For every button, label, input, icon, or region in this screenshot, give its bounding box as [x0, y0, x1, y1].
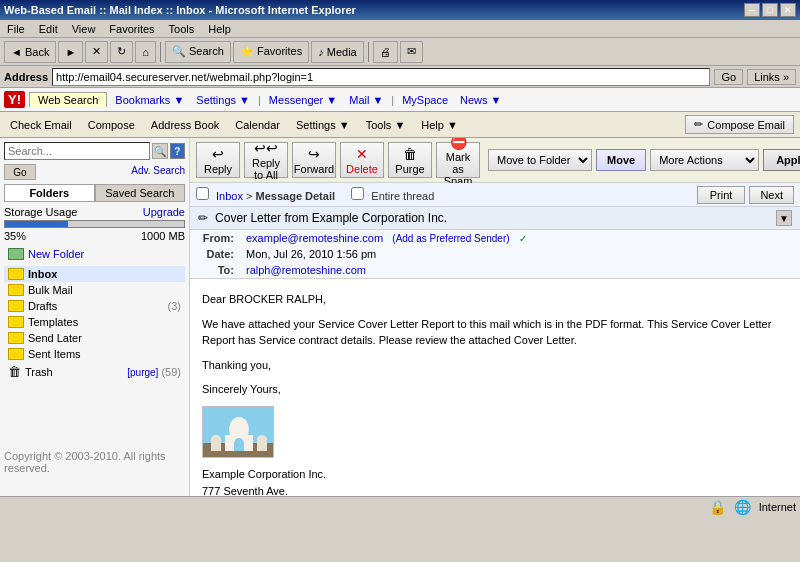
- media-button[interactable]: ♪ Media: [311, 41, 364, 63]
- close-button[interactable]: ✕: [780, 3, 796, 17]
- closing1: Thanking you,: [202, 357, 788, 374]
- purge-link[interactable]: [purge]: [127, 367, 158, 378]
- menu-tools[interactable]: Tools: [166, 22, 198, 36]
- svg-point-7: [257, 435, 267, 443]
- folder-list: Inbox Bulk Mail Drafts (3) Templates Sen…: [4, 266, 185, 381]
- reply-all-button[interactable]: ↩↩ Reply to All: [244, 142, 288, 178]
- reply-button[interactable]: ↩ Reply: [196, 142, 240, 178]
- links-button[interactable]: Links »: [747, 69, 796, 85]
- nav-bar: Y! Web Search Bookmarks ▼ Settings ▼ | M…: [0, 88, 800, 112]
- search-input[interactable]: [4, 142, 150, 160]
- stop-button[interactable]: ✕: [85, 41, 108, 63]
- messenger-link[interactable]: Messenger ▼: [265, 93, 341, 107]
- sender-email-link[interactable]: example@remoteshine.com: [246, 232, 383, 244]
- calendar-nav[interactable]: Calendar: [231, 117, 284, 133]
- settings-nav[interactable]: Settings ▼: [292, 117, 354, 133]
- menu-view[interactable]: View: [69, 22, 99, 36]
- settings-nav-link[interactable]: Settings ▼: [192, 93, 254, 107]
- message-body: Dear BROCKER RALPH, We have attached you…: [190, 279, 800, 496]
- search-button[interactable]: 🔍 Search: [165, 41, 231, 63]
- upgrade-link[interactable]: Upgrade: [143, 206, 185, 218]
- folder-tabs: Folders Saved Search: [4, 184, 185, 202]
- move-to-folder-select[interactable]: Move to Folder Inbox Drafts Sent Items T…: [488, 149, 592, 171]
- go-button[interactable]: Go: [714, 69, 743, 85]
- favorites-button[interactable]: ⭐ Favorites: [233, 41, 309, 63]
- advanced-search-link[interactable]: Adv. Search: [131, 165, 185, 176]
- to-value: ralph@remoteshine.com: [240, 262, 800, 279]
- forward-button[interactable]: ↪ Forward: [292, 142, 336, 178]
- mail-toolbar-button[interactable]: ✉: [400, 41, 423, 63]
- news-link[interactable]: News ▼: [456, 93, 505, 107]
- inbox-breadcrumb[interactable]: Inbox: [216, 190, 243, 202]
- entire-thread-checkbox[interactable]: [351, 187, 364, 200]
- apply-button[interactable]: Apply: [763, 149, 800, 171]
- menu-file[interactable]: File: [4, 22, 28, 36]
- home-button[interactable]: ⌂: [135, 41, 156, 63]
- new-folder-label: New Folder: [28, 248, 84, 260]
- web-search-tab[interactable]: Web Search: [29, 92, 107, 107]
- compose-nav[interactable]: Compose: [84, 117, 139, 133]
- folder-templates[interactable]: Templates: [4, 314, 185, 330]
- reply-label: Reply: [204, 163, 232, 175]
- next-button[interactable]: Next: [749, 186, 794, 204]
- mail-nav-link[interactable]: Mail ▼: [345, 93, 387, 107]
- folder-bulk-mail[interactable]: Bulk Mail: [4, 282, 185, 298]
- menu-favorites[interactable]: Favorites: [106, 22, 157, 36]
- message-nav: Inbox > Message Detail Entire thread Pri…: [190, 183, 800, 207]
- recipient-email-link[interactable]: ralph@remoteshine.com: [246, 264, 366, 276]
- templates-label: Templates: [28, 316, 78, 328]
- print-toolbar-button[interactable]: 🖨: [373, 41, 398, 63]
- print-button[interactable]: Print: [697, 186, 746, 204]
- help-icon-button[interactable]: ?: [170, 143, 186, 159]
- add-preferred-sender-link[interactable]: (Add as Preferred Sender): [392, 233, 509, 244]
- subject-edit-icon: ✏: [198, 211, 208, 225]
- folder-inbox[interactable]: Inbox: [4, 266, 185, 282]
- compose-email-button[interactable]: ✏ Compose Email: [685, 115, 794, 134]
- refresh-button[interactable]: ↻: [110, 41, 133, 63]
- address-input[interactable]: [52, 68, 710, 86]
- menu-edit[interactable]: Edit: [36, 22, 61, 36]
- select-message-checkbox[interactable]: [196, 187, 209, 200]
- maximize-button[interactable]: □: [762, 3, 778, 17]
- forward-label: Forward: [294, 163, 334, 175]
- message-detail-breadcrumb: Message Detail: [256, 190, 335, 202]
- search-icon-button[interactable]: 🔍: [152, 143, 168, 159]
- breadcrumb-separator: >: [246, 190, 255, 202]
- folder-send-later[interactable]: Send Later: [4, 330, 185, 346]
- mark-as-spam-button[interactable]: ⛔ Mark as Spam: [436, 142, 480, 178]
- purge-button[interactable]: 🗑 Purge: [388, 142, 432, 178]
- new-folder-button[interactable]: New Folder: [4, 246, 185, 262]
- more-actions-select[interactable]: More Actions Mark as Read Mark as Unread: [650, 149, 759, 171]
- purge-label: Purge: [395, 163, 424, 175]
- address-bar: Address Go Links »: [0, 66, 800, 88]
- spam-icon: ⛔: [450, 138, 467, 150]
- to-label: To:: [190, 262, 240, 279]
- internet-zone-icon: 🌐: [734, 499, 751, 515]
- menu-help[interactable]: Help: [205, 22, 234, 36]
- forward-button[interactable]: ►: [58, 41, 83, 63]
- tools-nav[interactable]: Tools ▼: [362, 117, 410, 133]
- message-detail: ✏ Cover Letter from Example Corporation …: [190, 207, 800, 496]
- move-button[interactable]: Move: [596, 149, 646, 171]
- address-book-nav[interactable]: Address Book: [147, 117, 223, 133]
- folder-trash[interactable]: 🗑 Trash [purge] (59): [4, 362, 185, 381]
- subject-bar: ✏ Cover Letter from Example Corporation …: [190, 207, 800, 230]
- bookmarks-link[interactable]: Bookmarks ▼: [111, 93, 188, 107]
- folder-drafts[interactable]: Drafts (3): [4, 298, 185, 314]
- myspace-link[interactable]: MySpace: [398, 93, 452, 107]
- search-go-button[interactable]: Go: [4, 164, 36, 180]
- folders-tab[interactable]: Folders: [4, 184, 95, 202]
- folder-sent-items[interactable]: Sent Items: [4, 346, 185, 362]
- svg-rect-9: [234, 443, 244, 451]
- check-email-nav[interactable]: Check Email: [6, 117, 76, 133]
- expand-button[interactable]: ▼: [776, 210, 792, 226]
- help-nav[interactable]: Help ▼: [417, 117, 462, 133]
- saved-search-tab[interactable]: Saved Search: [95, 184, 186, 202]
- body-paragraph: We have attached your Service Cover Lett…: [202, 316, 788, 349]
- back-button[interactable]: ◄ Back: [4, 41, 56, 63]
- title-bar: Web-Based Email :: Mail Index :: Inbox -…: [0, 0, 800, 20]
- nav-separator1: |: [258, 94, 261, 106]
- trash-label: Trash: [25, 366, 53, 378]
- minimize-button[interactable]: ─: [744, 3, 760, 17]
- delete-button[interactable]: ✕ Delete: [340, 142, 384, 178]
